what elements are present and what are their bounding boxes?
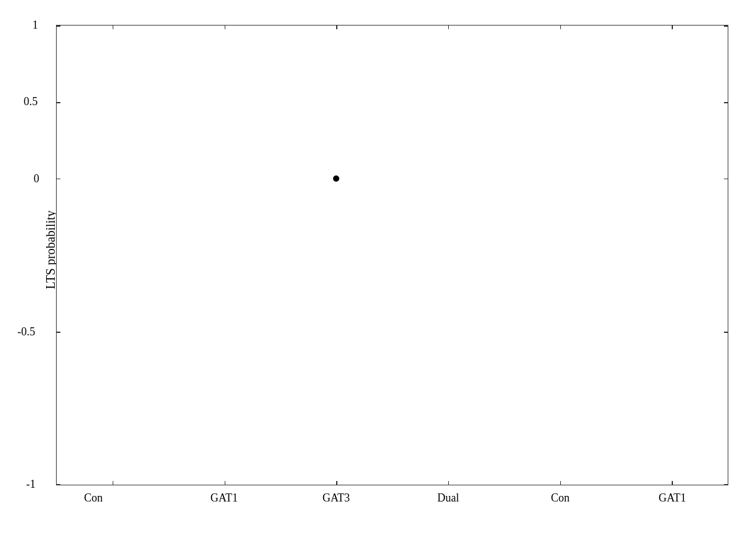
x-label-con1: Con (56, 492, 131, 505)
x-tick-dual (448, 481, 449, 485)
y-tick-05 (57, 102, 60, 103)
chart-container: LTS probability (0, 0, 747, 560)
y-label-1: 1 (32, 19, 38, 32)
y-tick-right-n05 (724, 332, 728, 333)
x-tick-gat3 (336, 481, 337, 485)
x-label-gat1b: GAT1 (635, 492, 710, 505)
x-label-con2: Con (523, 492, 598, 505)
chart-area (56, 25, 728, 485)
y-tick-n1 (57, 484, 60, 485)
x-tick-top-dual (448, 26, 449, 29)
x-label-dual: Dual (411, 492, 486, 505)
x-tick-con2 (560, 481, 561, 485)
y-tick-1 (57, 26, 60, 27)
y-label-0: 0 (34, 172, 39, 185)
y-tick-right-05 (724, 102, 728, 103)
y-label-05: 0.5 (24, 95, 38, 108)
x-tick-top-gat3 (336, 26, 337, 29)
x-tick-top-con2 (560, 26, 561, 29)
y-tick-right-0 (724, 179, 728, 180)
x-label-gat1: GAT1 (187, 492, 261, 505)
x-tick-top-gat1b (672, 26, 673, 29)
x-tick-top-gat1 (225, 26, 226, 29)
y-label-n1: -1 (26, 478, 35, 491)
x-tick-con1 (113, 481, 114, 485)
y-tick-right-1 (724, 26, 728, 27)
y-tick-n05 (57, 332, 60, 333)
x-tick-gat1b (672, 481, 673, 485)
y-tick-right-n1 (724, 484, 728, 485)
y-label-n05: -0.5 (17, 325, 35, 338)
x-tick-gat1 (225, 481, 226, 485)
x-label-gat3: GAT3 (299, 492, 374, 505)
data-point-gat3-zero (333, 175, 339, 182)
x-tick-top-con1 (113, 26, 114, 29)
y-tick-0 (57, 179, 60, 180)
